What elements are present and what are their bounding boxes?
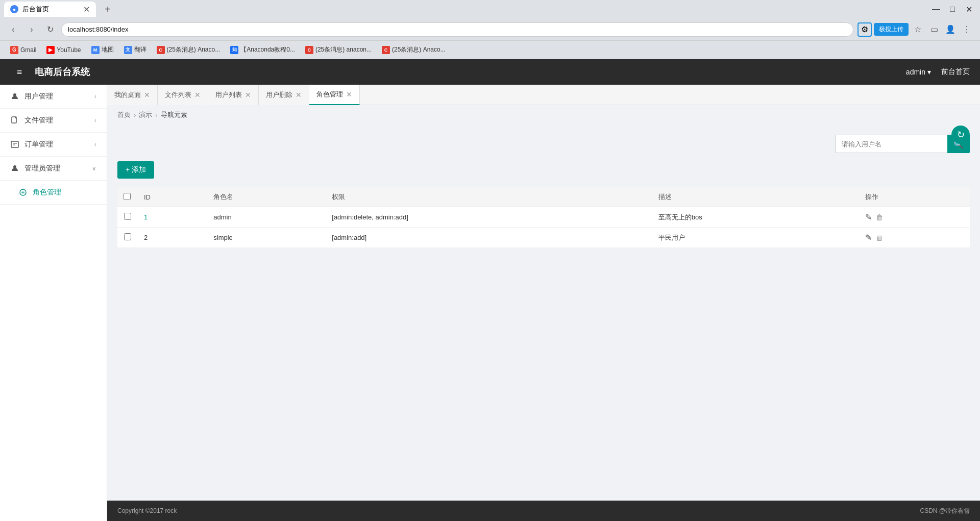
tab-files-close[interactable]: ✕ (194, 91, 201, 99)
tab-roles-close[interactable]: ✕ (346, 90, 352, 98)
select-all-checkbox[interactable] (124, 193, 131, 200)
bookmark-youtube[interactable]: ▶ YouTube (42, 44, 85, 56)
sidebar: 用户管理 ‹ 文件管理 ‹ 订单管理 (0, 85, 107, 521)
bookmark-gmail-label: Gmail (20, 46, 36, 54)
sidebar-item-roles[interactable]: 角色管理 (0, 181, 107, 205)
url-text: localhost:8080/index (68, 26, 129, 33)
search-input[interactable] (835, 135, 947, 153)
row1-action-icons: ✎ 🗑 (865, 212, 964, 222)
forward-button[interactable]: › (24, 22, 39, 37)
extension-gear[interactable]: ⚙ (857, 22, 872, 37)
tab-roles[interactable]: 角色管理 ✕ (309, 85, 360, 105)
bookmark-anaconda4[interactable]: C (25条消息) Anaco... (378, 43, 450, 56)
sidebar-item-files[interactable]: 文件管理 ‹ (0, 109, 107, 133)
search-bar: 🔍 (117, 135, 970, 153)
bookmark-anaconda3[interactable]: C (25条消息) anacon... (301, 43, 376, 56)
order-icon (10, 140, 19, 149)
breadcrumb-demo[interactable]: 演示 (139, 110, 152, 119)
bookmark-button[interactable]: ☆ (911, 22, 925, 37)
bookmark-youtube-label: YouTube (57, 46, 81, 54)
bookmark-anaconda2[interactable]: 知 【Anaconda教程0... (226, 43, 299, 56)
sidebar-admins-label: 管理员管理 (24, 164, 92, 173)
row2-description: 平民用户 (652, 228, 859, 248)
tab-close-icon[interactable]: ✕ (83, 5, 90, 14)
tab-delete-label: 用户删除 (266, 90, 292, 100)
anaconda2-icon: 知 (230, 46, 238, 54)
back-button[interactable]: ‹ (6, 22, 20, 37)
menu-button[interactable]: ⋮ (960, 22, 974, 37)
file-icon (10, 116, 19, 125)
tab-roles-label: 角色管理 (316, 90, 343, 99)
sidebar-files-label: 文件管理 (24, 116, 94, 125)
hamburger-button[interactable]: ≡ (10, 63, 29, 81)
admin-label: admin (906, 68, 925, 76)
bookmark-translate[interactable]: 文 翻译 (120, 43, 151, 56)
sidebar-users-label: 用户管理 (24, 92, 94, 101)
front-link[interactable]: 前台首页 (941, 67, 970, 77)
row2-action-icons: ✎ 🗑 (865, 233, 964, 242)
content-area: 我的桌面 ✕ 文件列表 ✕ 用户列表 ✕ 用户删除 (107, 85, 980, 521)
add-button[interactable]: + 添加 (117, 161, 154, 179)
footer-copyright: Copyright ©2017 rock (117, 507, 177, 514)
tab-delete[interactable]: 用户删除 ✕ (259, 85, 309, 105)
sidebar-item-users[interactable]: 用户管理 ‹ (0, 85, 107, 109)
minimize-button[interactable]: — (929, 2, 943, 16)
sidebar-item-admins[interactable]: 管理员管理 ∨ (0, 157, 107, 181)
admin-icon (10, 164, 19, 173)
user-icon (10, 92, 19, 101)
breadcrumb-current: 导航元素 (161, 110, 187, 119)
row2-checkbox[interactable] (124, 233, 131, 240)
bookmark-anaconda1[interactable]: C (25条消息) Anaco... (153, 43, 225, 56)
tab-desktop[interactable]: 我的桌面 ✕ (107, 85, 158, 105)
bookmarks-bar: G Gmail ▶ YouTube M 地图 文 翻译 C (25条消息) An… (0, 41, 980, 59)
row1-id-link[interactable]: 1 (144, 213, 148, 221)
admin-dropdown-icon: ▾ (927, 68, 931, 76)
footer-right-text: CSDN @带你看雪 (920, 507, 970, 515)
header-right: admin ▾ 前台首页 (906, 67, 970, 77)
browser-action-buttons: ⚙ 极搜上传 ☆ ▭ 👤 ⋮ (857, 22, 974, 37)
header-checkbox-cell (117, 187, 138, 207)
tab-delete-close[interactable]: ✕ (296, 91, 302, 99)
table-row: 2 simple [admin:add] 平民用户 ✎ 🗑 (117, 228, 970, 248)
row2-edit-button[interactable]: ✎ (865, 233, 872, 242)
upload-extension-button[interactable]: 极搜上传 (874, 23, 909, 36)
reload-button[interactable]: ↻ (43, 22, 57, 37)
breadcrumb-sep2: › (155, 111, 157, 119)
row2-delete-button[interactable]: 🗑 (876, 234, 883, 242)
svg-rect-2 (11, 141, 18, 147)
row2-checkbox-cell (117, 228, 138, 248)
table-header-row: ID 角色名 权限 描述 操作 (117, 187, 970, 207)
row1-checkbox[interactable] (124, 213, 131, 220)
row1-delete-button[interactable]: 🗑 (876, 213, 883, 221)
row1-description: 至高无上的bos (652, 207, 859, 228)
active-tab[interactable]: ● 后台首页 ✕ (4, 2, 96, 17)
bookmark-anaconda1-label: (25条消息) Anaco... (167, 45, 220, 54)
admin-dropdown[interactable]: admin ▾ (906, 68, 931, 76)
header-permissions: 权限 (326, 187, 652, 207)
row2-id: 2 (138, 228, 207, 248)
address-bar[interactable]: localhost:8080/index (61, 22, 853, 37)
close-button[interactable]: ✕ (962, 2, 976, 16)
tab-desktop-close[interactable]: ✕ (144, 91, 150, 99)
gmail-icon: G (10, 46, 18, 54)
header-actions: 操作 (859, 187, 970, 207)
new-tab-button[interactable]: + (100, 2, 115, 17)
sidebar-orders-arrow: ‹ (94, 141, 96, 148)
row1-edit-button[interactable]: ✎ (865, 212, 872, 222)
bookmark-maps-label: 地图 (102, 45, 114, 54)
tab-files[interactable]: 文件列表 ✕ (158, 85, 208, 105)
tab-users-close[interactable]: ✕ (245, 91, 251, 99)
maps-icon: M (91, 46, 100, 54)
tab-manager-button[interactable]: ▭ (927, 22, 941, 37)
bookmark-gmail[interactable]: G Gmail (6, 44, 40, 56)
breadcrumb-home[interactable]: 首页 (117, 110, 131, 119)
bookmark-anaconda2-label: 【Anaconda教程0... (240, 45, 295, 54)
maximize-button[interactable]: □ (945, 2, 960, 16)
bookmark-maps[interactable]: M 地图 (87, 43, 118, 56)
profile-button[interactable]: 👤 (943, 22, 958, 37)
breadcrumb: 首页 › 演示 › 导航元素 (107, 105, 980, 125)
bookmark-translate-label: 翻译 (134, 45, 146, 54)
sidebar-item-orders[interactable]: 订单管理 ‹ (0, 133, 107, 157)
tab-users[interactable]: 用户列表 ✕ (208, 85, 259, 105)
refresh-fab-button[interactable]: ↻ (951, 126, 970, 144)
